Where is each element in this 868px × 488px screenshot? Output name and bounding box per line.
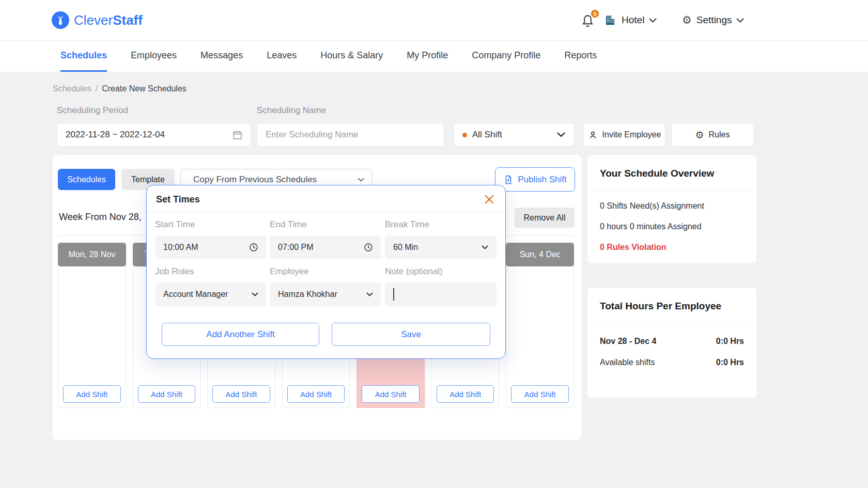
job-roles-select[interactable]: Account Manager — [155, 282, 267, 306]
shifts-assignment-line: 0 Shifts Need(s) Assignment — [600, 201, 704, 211]
brand-logo[interactable]: CleverStaff — [52, 11, 143, 29]
divider — [147, 212, 505, 213]
text-caret — [393, 288, 394, 301]
main-nav: Schedules Employees Messages Leaves Hour… — [0, 40, 868, 72]
scheduling-period-label: Scheduling Period — [57, 105, 128, 116]
date-range-label: Nov 28 - Dec 4 — [600, 337, 656, 346]
add-another-shift-button[interactable]: Add Another Shift — [162, 323, 319, 346]
total-hours-card: Total Hours Per Employee Nov 28 - Dec 4 … — [587, 288, 756, 398]
add-shift-button[interactable]: Add Shift — [437, 385, 494, 403]
scheduling-name-input[interactable] — [257, 123, 444, 146]
note-label: Note (optional) — [385, 266, 443, 277]
employee-value: Hamza Khokhar — [278, 290, 337, 299]
save-button[interactable]: Save — [332, 323, 490, 346]
divider — [587, 325, 756, 325]
publish-shift-button[interactable]: Publish Shift — [495, 167, 575, 192]
chevron-down-icon — [366, 292, 373, 296]
day-column-sun: Sun, 4 Dec Add Shift — [506, 243, 574, 408]
workspace-label: Hotel — [622, 14, 644, 26]
scheduling-period-input[interactable]: 2022-11-28 ~ 2022-12-04 — [57, 123, 251, 147]
day-header: Mon, 28 Nov — [58, 243, 126, 266]
hours-assigned-line: 0 hours 0 minutes Assigned — [600, 222, 702, 231]
brand-name: CleverStaff — [74, 12, 143, 28]
notification-count-badge: 0 — [590, 9, 600, 19]
app-header: CleverStaff 0 — [0, 0, 868, 40]
tab-messages[interactable]: Messages — [200, 41, 243, 72]
schedule-overview-card: Your Schedule Overview 0 Shifts Need(s) … — [587, 155, 756, 263]
day-body[interactable]: Add Shift — [506, 266, 574, 408]
chevron-down-icon — [358, 178, 364, 182]
tab-my-profile[interactable]: My Profile — [407, 41, 448, 72]
settings-dropdown[interactable]: ⚙ Settings — [682, 0, 744, 40]
employee-select[interactable]: Hamza Khokhar — [270, 282, 381, 306]
date-range-hours: 0:0 Hrs — [716, 337, 744, 346]
add-shift-button[interactable]: Add Shift — [287, 385, 345, 403]
start-time-label: Start Time — [155, 219, 195, 230]
add-shift-button[interactable]: Add Shift — [138, 385, 196, 403]
copy-select-value: Copy From Previous Schedules — [193, 175, 317, 185]
end-time-value: 07:00 PM — [278, 243, 313, 252]
job-roles-value: Account Manager — [163, 290, 228, 299]
day-header: Sun, 4 Dec — [506, 243, 574, 266]
week-title: Week From Nov 28, — [59, 212, 142, 223]
set-times-modal: Set Times Start Time End Time Break Time… — [146, 185, 506, 359]
employee-label: Employee — [270, 266, 309, 277]
add-shift-button[interactable]: Add Shift — [511, 385, 569, 403]
add-shift-button[interactable]: Add Shift — [212, 385, 270, 403]
breadcrumb-current: Create New Schedules — [102, 84, 187, 93]
cleverstaff-tie-icon — [52, 11, 69, 29]
end-time-input[interactable]: 07:00 PM — [270, 235, 381, 259]
rules-button[interactable]: ⚙ Rules — [671, 123, 754, 147]
break-time-select[interactable]: 60 Min — [385, 235, 497, 259]
gear-icon: ⚙ — [695, 130, 704, 140]
remove-all-button[interactable]: Remove All — [515, 208, 575, 228]
invite-employee-label: Invite Employee — [602, 130, 661, 139]
chevron-down-icon — [649, 18, 657, 23]
person-icon — [588, 130, 598, 140]
close-icon[interactable] — [483, 193, 495, 206]
notifications-bell-button[interactable]: 0 — [581, 13, 595, 28]
building-icon — [603, 13, 617, 27]
chevron-down-icon — [736, 18, 744, 23]
breadcrumb-schedules-link[interactable]: Schedules — [53, 84, 91, 93]
tab-leaves[interactable]: Leaves — [267, 41, 297, 72]
break-time-label: Break Time — [385, 219, 429, 230]
divider — [587, 191, 756, 192]
settings-label: Settings — [696, 14, 732, 26]
rules-violation-line: 0 Rules Violation — [600, 243, 667, 252]
publish-shift-label: Publish Shift — [518, 175, 567, 185]
invite-employee-button[interactable]: Invite Employee — [583, 123, 665, 147]
tab-hours-salary[interactable]: Hours & Salary — [320, 41, 383, 72]
end-time-label: End Time — [270, 219, 307, 230]
shift-filter-select[interactable]: All Shift — [454, 123, 574, 147]
tab-employees[interactable]: Employees — [131, 41, 177, 72]
available-shifts-hours: 0:0 Hrs — [716, 358, 744, 367]
schedule-overview-title: Your Schedule Overview — [600, 168, 714, 179]
day-body[interactable]: Add Shift — [58, 266, 126, 408]
modal-title: Set Times — [156, 194, 200, 205]
scheduling-period-value: 2022-11-28 ~ 2022-12-04 — [66, 130, 165, 140]
day-column-mon: Mon, 28 Nov Add Shift — [58, 243, 126, 408]
shift-status-dot — [462, 133, 467, 137]
available-shifts-label: Available shifts — [600, 358, 655, 367]
app-screen: CleverStaff 0 — [0, 0, 868, 488]
scheduling-name-field — [257, 123, 444, 147]
start-time-input[interactable]: 10:00 AM — [155, 235, 267, 259]
workspace-dropdown[interactable]: Hotel — [603, 0, 657, 40]
publish-document-icon — [503, 175, 514, 185]
total-hours-title: Total Hours Per Employee — [600, 301, 721, 312]
chevron-down-icon — [482, 245, 488, 249]
job-roles-label: Job Roles — [155, 266, 194, 277]
scheduling-name-label: Scheduling Name — [257, 105, 326, 116]
chevron-down-icon — [557, 132, 565, 137]
tab-reports[interactable]: Reports — [564, 41, 597, 72]
start-time-value: 10:00 AM — [163, 243, 198, 252]
break-time-value: 60 Min — [393, 243, 418, 252]
breadcrumb: Schedules / Create New Schedules — [53, 84, 187, 93]
tab-company-profile[interactable]: Company Profile — [472, 41, 540, 72]
note-input[interactable] — [385, 282, 497, 306]
add-shift-button[interactable]: Add Shift — [63, 385, 121, 403]
add-shift-button[interactable]: Add Shift — [362, 385, 420, 403]
schedules-view-button[interactable]: Schedules — [58, 169, 115, 190]
tab-schedules[interactable]: Schedules — [60, 41, 107, 72]
